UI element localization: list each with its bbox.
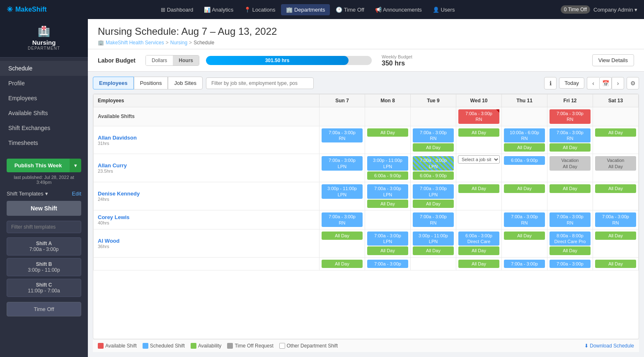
shift-day-cell[interactable]: 7:00a - 3:00pRN: [502, 210, 547, 229]
calendar-picker-button[interactable]: 📅: [599, 77, 612, 89]
shift-day-cell[interactable]: All Day: [456, 182, 502, 210]
shift-day-cell[interactable]: 3:00p - 11:00pLPN6:00a - 9:00p: [365, 154, 411, 182]
shift-day-cell[interactable]: Select a job site: [456, 154, 502, 182]
nav-item-analytics[interactable]: 📊 Analytics: [199, 4, 238, 15]
shift-template-shiftc[interactable]: Shift C11:00p - 7:00a: [7, 279, 81, 297]
labor-budget-bar: Labor Budget Dollars Hours 301.50 hrs We…: [88, 49, 644, 72]
shift-day-cell[interactable]: 6:00a - 9:00p: [502, 154, 547, 182]
shift-day-cell[interactable]: 7:00a - 3:00pLPN: [320, 154, 365, 182]
shift-day-cell[interactable]: All Day: [456, 126, 502, 154]
tab-employees[interactable]: Employees: [93, 77, 134, 89]
legend-item: Available Shift: [98, 343, 137, 349]
shift-day-cell[interactable]: All Day: [365, 126, 411, 154]
available-shift-cell-4: [502, 107, 547, 126]
nav-item-locations[interactable]: 📍 Locations: [239, 4, 280, 15]
shift-day-cell[interactable]: All Day: [502, 229, 547, 257]
time-off-badge[interactable]: 0 Time Off: [561, 5, 590, 14]
shift-day-cell[interactable]: All Day: [593, 126, 639, 154]
shift-day-cell[interactable]: 7:00a - 3:00pRN: [411, 210, 456, 229]
budget-bar-fill: 301.50 hrs: [206, 56, 349, 65]
budget-hours-btn[interactable]: Hours: [173, 55, 199, 65]
shift-day-cell[interactable]: 3:00p - 11:00pLPNAll Day: [411, 229, 456, 257]
shift-day-cell[interactable]: 7:00a - 3:00pLPNAll Day: [411, 182, 456, 210]
employee-name[interactable]: Corey Lewis: [98, 214, 315, 220]
nav-item-departments[interactable]: 🏢 Departments: [281, 4, 330, 15]
shift-templates-edit-link[interactable]: Edit: [72, 191, 81, 197]
shift-day-cell[interactable]: 7:00a - 3:00pLPN6:00a - 9:00p: [411, 154, 456, 182]
shift-day-cell[interactable]: 7:00a - 3:00pLPNAll Day: [365, 229, 411, 257]
shift-day-cell[interactable]: 3:00p - 11:00pLPN: [320, 182, 365, 210]
shift-day-cell[interactable]: 6:00a - 3:00pDirect CareAll Day: [456, 229, 502, 257]
publish-this-week-button[interactable]: Publish This Week: [7, 159, 70, 172]
shift-day-cell[interactable]: 7:00a - 3:00pRNAll Day: [547, 126, 593, 154]
shift-day-cell[interactable]: 7:00a - 3:00p: [547, 257, 593, 270]
shift-day-cell[interactable]: 7:00a - 3:00pRN: [593, 210, 639, 229]
shift-day-cell[interactable]: 7:00a - 3:00pRN: [547, 210, 593, 229]
shift-template-shifta[interactable]: Shift A7:00a - 3:00p: [7, 237, 81, 256]
available-shift-cell-3[interactable]: 7:00a - 3:00pRN: [456, 107, 502, 126]
shift-day-cell[interactable]: 7:00a - 3:00pLPNAll Day: [365, 182, 411, 210]
logo[interactable]: ✳ MakeShift: [7, 5, 47, 14]
shift-day-cell[interactable]: All Day: [593, 229, 639, 257]
info-button[interactable]: ℹ: [544, 77, 557, 89]
download-schedule-link[interactable]: ⬇ Download Schedule: [584, 343, 634, 349]
shift-day-cell[interactable]: 7:00a - 3:00p: [365, 257, 411, 270]
shift-templates-list: Shift A7:00a - 3:00pShift B3:00p - 11:00…: [7, 237, 81, 297]
shift-day-cell[interactable]: 7:00a - 3:00pRNAll Day: [411, 126, 456, 154]
shift-day-cell[interactable]: All Day: [593, 257, 639, 270]
company-admin-menu[interactable]: Company Admin ▾: [593, 7, 637, 13]
sidebar-nav-timesheets[interactable]: Timesheets: [0, 135, 88, 150]
breadcrumb-org[interactable]: MakeShift Health Services: [106, 40, 164, 46]
nav-item-announcements[interactable]: 📢 Announcements: [370, 4, 427, 15]
tab-job-sites[interactable]: Job Sites: [168, 77, 202, 89]
shift-day-cell[interactable]: All Day: [320, 257, 365, 270]
shift-template-shiftb[interactable]: Shift B3:00p - 11:00p: [7, 258, 81, 276]
view-details-button[interactable]: View Details: [592, 54, 634, 66]
employee-row: All Day7:00a - 3:00pAll Day7:00a - 3:00p…: [94, 257, 639, 270]
shift-day-cell[interactable]: All Day: [502, 182, 547, 210]
shift-day-cell[interactable]: 8:00a - 8:00pDirect Care ProAll Day: [547, 229, 593, 257]
schedule-filter-input[interactable]: [206, 77, 314, 89]
shift-day-cell[interactable]: [411, 257, 456, 270]
sidebar-nav-available-shifts[interactable]: Available Shifts: [0, 106, 88, 121]
nav-item-dashboard[interactable]: ⊞ Dashboard: [156, 4, 198, 15]
shift-day-cell[interactable]: [365, 210, 411, 229]
shift-day-cell[interactable]: All Day: [547, 182, 593, 210]
job-site-select[interactable]: Select a job site: [458, 155, 500, 164]
available-shift-cell-5[interactable]: 7:00a - 3:00pRN: [547, 107, 593, 126]
filter-shift-templates-input[interactable]: [7, 221, 81, 233]
shift-day-cell[interactable]: VacationAll Day: [547, 154, 593, 182]
shift-day-cell[interactable]: 7:00a - 3:00p: [502, 257, 547, 270]
shift-day-cell[interactable]: [456, 210, 502, 229]
shift-day-cell[interactable]: VacationAll Day: [593, 154, 639, 182]
next-week-button[interactable]: ›: [612, 77, 624, 89]
shift-day-cell[interactable]: All Day: [456, 257, 502, 270]
publish-arrow-button[interactable]: ▾: [70, 159, 81, 172]
sidebar-tools: Publish This Week ▾ last published: Jul …: [0, 154, 88, 357]
sidebar-nav-profile[interactable]: Profile: [0, 76, 88, 91]
settings-button[interactable]: ⚙: [627, 77, 639, 89]
sidebar-nav-schedule[interactable]: Schedule: [0, 61, 88, 76]
breadcrumb-dept[interactable]: Nursing: [170, 40, 187, 46]
shift-day-cell[interactable]: 7:00a - 3:00pRN: [320, 210, 365, 229]
shift-day-cell[interactable]: 7:00a - 3:00pRN: [320, 126, 365, 154]
nav-item-timeoff[interactable]: 🕐 Time Off: [331, 4, 369, 15]
employee-name[interactable]: Al Wood: [98, 238, 315, 244]
shift-day-cell[interactable]: All Day: [320, 229, 365, 257]
today-button[interactable]: Today: [559, 77, 584, 89]
employee-name[interactable]: Denise Kennedy: [98, 191, 315, 197]
time-off-button[interactable]: Time Off: [7, 302, 81, 316]
tab-positions[interactable]: Positions: [134, 77, 168, 89]
shift-day-cell[interactable]: 10:00a - 6:00pRNAll Day: [502, 126, 547, 154]
employee-hours: 36hrs: [98, 244, 315, 249]
shift-day-cell[interactable]: All Day: [593, 182, 639, 210]
prev-week-button[interactable]: ‹: [587, 77, 599, 89]
new-shift-button[interactable]: New Shift: [7, 201, 81, 216]
budget-dollars-btn[interactable]: Dollars: [146, 55, 173, 65]
sidebar-nav-shift-exchanges[interactable]: Shift Exchanges: [0, 121, 88, 135]
nav-item-users[interactable]: 👤 Users: [428, 4, 460, 15]
employee-name[interactable]: Allan Curry: [98, 162, 315, 169]
employee-name[interactable]: Allan Davidson: [98, 135, 315, 141]
shift-templates-toggle[interactable]: Shift Templates ▾: [7, 191, 48, 197]
sidebar-nav-employees[interactable]: Employees: [0, 91, 88, 106]
